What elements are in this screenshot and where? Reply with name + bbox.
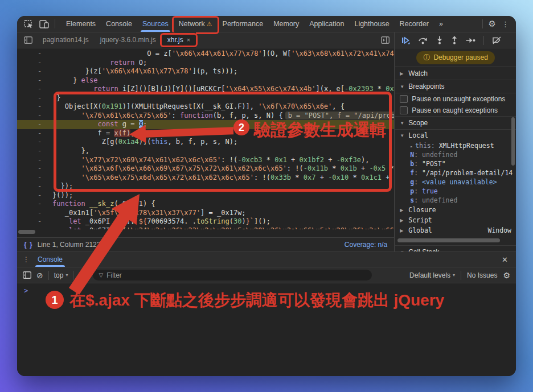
code-line[interactable]: -O = z['\x66\x44\x61\x77\x78'](O, W['\x6… (17, 49, 394, 59)
fold-marker[interactable]: - (38, 59, 42, 68)
code-line[interactable]: -return O; (17, 59, 394, 68)
section-call-stack[interactable]: ▼ Call Stack (395, 245, 516, 251)
scope-global-header[interactable]: ▶ Global Window (395, 225, 516, 236)
fold-marker[interactable]: - (38, 102, 42, 112)
no-issues-label[interactable]: No Issues (467, 271, 497, 279)
tab-performance[interactable]: Performance (218, 16, 269, 32)
editor-horizontal-scrollbar[interactable] (18, 230, 35, 234)
code-line[interactable]: -let _0x67I = ['\x34\x3a\x26\x33\x2e\x20… (17, 226, 394, 229)
code-line[interactable]: -} (17, 94, 394, 103)
code-line[interactable]: -'\x76\x61\x6c\x75\x65': function(b, f, … (17, 112, 394, 121)
device-toolbar-icon[interactable] (39, 20, 49, 28)
fold-marker[interactable]: - (38, 200, 42, 209)
tab-application[interactable]: Application (304, 16, 349, 32)
step-out-icon[interactable] (451, 36, 458, 44)
console-sidebar-icon[interactable] (23, 271, 31, 279)
code-line[interactable]: -'\x63\x6f\x6e\x66\x69\x67\x75\x72\x61\x… (17, 164, 394, 174)
settings-gear-icon[interactable]: ⚙ (489, 19, 496, 29)
kebab-menu-icon[interactable]: ⋮ (502, 20, 509, 28)
code-line[interactable]: -}(z['\x66\x44\x61\x77\x78'](p, ts))); (17, 67, 394, 76)
scope-local-header[interactable]: ▼ Local (395, 130, 516, 141)
drawer-kebab-icon[interactable]: ⋮ (23, 255, 30, 263)
inspect-element-icon[interactable] (24, 20, 34, 28)
console-drawer-tab[interactable]: Console (33, 252, 67, 267)
scope-script-header[interactable]: ▶ Script (395, 215, 516, 225)
more-tabs-icon[interactable]: » (434, 16, 448, 32)
code-line[interactable]: -_0x1n1['\x5f\x30\x78\x31\x37\x77'] = _0… (17, 209, 394, 218)
fold-marker[interactable]: - (38, 182, 42, 191)
scope-entry-s[interactable]: s: undefined (395, 196, 516, 205)
fold-marker[interactable]: - (38, 76, 42, 85)
code-editor[interactable]: -O = z['\x66\x44\x61\x77\x78'](O, W['\x6… (17, 48, 394, 237)
fold-marker[interactable]: - (38, 209, 42, 218)
scope-closure-header[interactable]: ▶ Closure (395, 205, 516, 215)
pause-uncaught-checkbox-row[interactable]: Pause on uncaught exceptions (395, 93, 516, 105)
fold-marker[interactable]: - (38, 217, 42, 226)
tab-elements[interactable]: Elements (61, 16, 101, 32)
close-icon[interactable]: × (187, 36, 190, 43)
tab-network[interactable]: Network⚠ (174, 16, 218, 32)
section-watch[interactable]: ▶ Watch (395, 67, 516, 80)
section-scope[interactable]: ▼ Scope (395, 117, 516, 130)
fold-marker[interactable]: - (38, 129, 42, 138)
fold-marker[interactable]: - (38, 49, 42, 59)
step-icon[interactable] (466, 38, 475, 43)
fold-marker[interactable]: - (38, 67, 42, 76)
fold-marker[interactable]: - (38, 112, 42, 121)
file-tab-xhr-js[interactable]: xhr.js× (162, 32, 196, 48)
fold-marker[interactable]: - (38, 94, 42, 103)
console-filter-input[interactable]: ▽ Filter (93, 270, 372, 280)
checkbox-unchecked-icon[interactable] (400, 95, 408, 103)
fold-marker[interactable]: - (38, 85, 42, 94)
code-line[interactable]: -}); (17, 182, 394, 191)
tab-lighthouse[interactable]: Lighthouse (349, 16, 394, 32)
scope-entry-this[interactable]: ▸this: XMLHttpRequest (395, 141, 516, 150)
tab-console[interactable]: Console (101, 16, 137, 32)
fold-marker[interactable]: - (38, 164, 42, 174)
code-line[interactable]: -'\x65\x6e\x75\x6d\x65\x72\x61\x62\x6c\x… (17, 174, 394, 183)
scope-entry-N[interactable]: N: undefined (395, 150, 516, 159)
code-line[interactable]: -return i[Z]()[B](J)[Y]()[uRCKCr['\x64\x… (17, 85, 394, 94)
console-output-area[interactable]: > (17, 283, 516, 376)
file-tab-jquery-3-6-0-min-js[interactable]: jquery-3.6.0.min.js (95, 32, 162, 48)
execution-line[interactable]: -const g = X; (17, 120, 394, 129)
code-line[interactable]: -Object[X(0x191)](XMLHttpRequest[X(__sk_… (17, 102, 394, 112)
close-drawer-icon[interactable]: ✕ (502, 255, 510, 264)
navigator-toggle-icon[interactable] (17, 36, 37, 44)
step-into-icon[interactable] (436, 36, 443, 44)
code-line[interactable]: -} else (17, 76, 394, 85)
step-over-icon[interactable] (418, 36, 428, 44)
scope-entry-g[interactable]: g: <value unavailable> (395, 178, 516, 187)
fold-marker[interactable]: - (38, 147, 42, 156)
pause-caught-checkbox-row[interactable]: Pause on caught exceptions (395, 105, 516, 117)
code-line[interactable]: -}, (17, 147, 394, 156)
scope-entry-p[interactable]: p: true (395, 187, 516, 196)
fold-marker[interactable]: - (38, 156, 42, 165)
fold-marker[interactable]: - (38, 138, 42, 147)
sidebar-horizontal-scrollbar[interactable] (397, 238, 500, 242)
fold-marker[interactable]: - (38, 174, 42, 183)
code-line[interactable]: -Z[g(0x1a4)](this, b, f, p, s, N); (17, 138, 394, 147)
coverage-label[interactable]: Coverage: n/a (345, 241, 387, 249)
scope-entry-b[interactable]: b: "POST" (395, 159, 516, 168)
eye-icon[interactable] (79, 271, 88, 279)
resume-script-icon[interactable] (401, 36, 410, 44)
context-selector[interactable]: top ▾ (54, 271, 68, 279)
file-tab-pagination14-js[interactable]: pagination14.js (37, 32, 95, 48)
tab-sources[interactable]: Sources (137, 16, 174, 32)
sidebar-vertical-scrollbar[interactable] (511, 117, 515, 166)
default-levels-dropdown[interactable]: Default levels ▾ (409, 271, 455, 279)
code-line[interactable]: -f = x(f), (17, 129, 394, 138)
fold-marker[interactable]: - (38, 226, 42, 229)
scope-entry-f[interactable]: f: "/api/problem-detail/14 (395, 168, 516, 178)
pretty-print-icon[interactable]: { } (24, 241, 33, 249)
fold-marker[interactable]: - (38, 191, 42, 200)
code-line[interactable]: -}()); (17, 191, 394, 200)
clear-console-icon[interactable]: ⊘ (36, 271, 43, 280)
fold-marker[interactable]: - (38, 120, 42, 129)
code-line[interactable]: -let _0x6PI = [][`${700693574. .toString… (17, 217, 394, 226)
tab-recorder[interactable]: Recorder (395, 16, 434, 32)
deactivate-breakpoints-icon[interactable] (492, 36, 502, 44)
console-settings-gear-icon[interactable]: ⚙ (503, 271, 510, 280)
section-breakpoints[interactable]: ▼ Breakpoints (395, 80, 516, 93)
